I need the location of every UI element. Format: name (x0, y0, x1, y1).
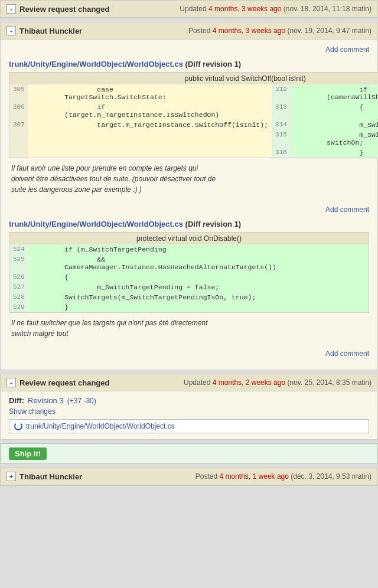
bottom-posted-detail: (déc. 3, 2014, 9:53 matin) (291, 472, 372, 481)
diff-table-1: public virtual void SwitchOff(bool isIni… (9, 72, 378, 158)
show-changes-link[interactable]: Show changes (9, 407, 56, 416)
diff-section-2: trunk/Unity/Engine/WorldObject/WorldObje… (9, 220, 369, 341)
review-changed-updated-detail: (nov. 25, 2014, 8:35 matin) (287, 378, 372, 387)
diff-comment-2: Il ne faut switcher que les targets qui … (9, 313, 369, 341)
line-code-left (28, 148, 272, 158)
diff-label: Diff: (9, 396, 24, 405)
add-comment-bottom-link[interactable]: Add comment (325, 349, 369, 358)
top-card-title: Review request changed (19, 5, 109, 14)
diff-revision-2: (Diff revision 1) (185, 220, 242, 228)
diff-row: 307 target.m_TargetInstance.SwitchOff(is… (9, 120, 379, 130)
top-review-changed-card: - Review request changed Updated 4 month… (0, 0, 378, 18)
add-comment-top[interactable]: Add comment (9, 45, 369, 54)
line-code-right: if (cameraWillShowTarget) (291, 84, 378, 102)
review-changed-card: - Review request changed Updated 4 month… (0, 374, 378, 440)
line-num: 529 (9, 302, 28, 313)
review-changed-title: Review request changed (19, 378, 109, 387)
comment-posted-highlight: 4 months, 3 weeks ago (213, 27, 285, 35)
line-code-right: } (291, 148, 378, 158)
diff-header-label-1: public virtual void SwitchOff(bool isIni… (9, 73, 379, 85)
line-code-left: case TargetSwitch.SwitchState: (28, 84, 272, 102)
line-code: } (28, 302, 369, 313)
diff-row: 316 } (9, 148, 379, 158)
comment-card-header: - Thibaut Hunckler Posted 4 months, 3 we… (1, 22, 377, 40)
diff-stats: (+37 -30) (67, 397, 96, 405)
line-num: 526 (9, 272, 28, 282)
comment-posted-text: Posted (188, 27, 210, 35)
review-changed-right: Updated 4 months, 2 weeks ago (nov. 25, … (184, 378, 372, 387)
comment-card-body: Add comment trunk/Unity/Engine/WorldObje… (1, 40, 377, 370)
bottom-author: Thibaut Hunckler (19, 472, 82, 481)
file-link[interactable]: trunk/Unity/Engine/WorldObject/WorldObje… (26, 422, 175, 430)
bottom-toggle-button[interactable]: + (6, 472, 16, 481)
diff-header-row-2: protected virtual void OnDisable() (9, 233, 369, 245)
comment-posted-detail: (nov. 19, 2014, 9:47 matin) (287, 27, 372, 35)
bottom-posted-text: Posted (195, 472, 217, 481)
line-code-left: if (target.m_TargetInstance.IsSwitchedOn… (28, 102, 272, 120)
diff-title-1: trunk/Unity/Engine/WorldObject/WorldObje… (9, 60, 369, 68)
diff-row: 526 { (9, 272, 369, 282)
diff-header-label-2: protected virtual void OnDisable() (9, 233, 369, 245)
line-num-left: 305 (9, 84, 28, 102)
top-updated-text: Updated (180, 5, 206, 13)
diff-row: 315 m_SwitchTargetPendingIsOn = switchOn… (9, 130, 379, 148)
top-toggle-button[interactable]: - (6, 4, 16, 14)
line-code: { (28, 272, 369, 282)
line-code-left: target.m_TargetInstance.SwitchOff(isInit… (28, 120, 272, 130)
diff-revision-link[interactable]: Revision 3 (28, 396, 64, 405)
ship-it-card: Ship it! (0, 443, 378, 464)
add-comment-bottom[interactable]: Add comment (9, 349, 369, 358)
bottom-posted-highlight: 4 months, 1 week ago (220, 472, 289, 481)
line-num-right: 315 (272, 130, 291, 148)
diff-table-2: protected virtual void OnDisable() 524 i… (9, 232, 369, 313)
diff-row: 306 if (target.m_TargetInstance.IsSwitch… (9, 102, 379, 120)
line-num-right: 314 (272, 120, 291, 130)
line-num: 527 (9, 282, 28, 292)
diff-file-link-1[interactable]: trunk/Unity/Engine/WorldObject/WorldObje… (9, 60, 183, 68)
line-num-left (9, 148, 28, 158)
bottom-posted-right: Posted 4 months, 1 week ago (déc. 3, 201… (195, 472, 372, 481)
top-updated-highlight: 4 months, 3 weeks ago (208, 5, 281, 13)
ship-it-badge: Ship it! (9, 447, 47, 460)
diff-section-1: trunk/Unity/Engine/WorldObject/WorldObje… (9, 60, 369, 197)
add-comment-mid[interactable]: Add comment (9, 205, 369, 214)
diff-revision-1: (Diff revision 1) (185, 60, 242, 68)
line-num-left: 306 (9, 102, 28, 120)
show-changes-row[interactable]: Show changes (9, 407, 369, 416)
file-link-row: trunk/Unity/Engine/WorldObject/WorldObje… (9, 419, 369, 433)
bottom-author-left: + Thibaut Hunckler (6, 472, 82, 481)
bottom-card-header: + Thibaut Hunckler Posted 4 months, 1 we… (1, 468, 377, 485)
diff-row: 524 if (m_SwitchTargetPending (9, 244, 369, 254)
review-changed-toggle[interactable]: - (6, 378, 16, 387)
top-card-header-right: Updated 4 months, 3 weeks ago (nov. 18, … (180, 5, 372, 13)
diff-row: 528 SwitchTargets(m_SwitchTargetPendingI… (9, 292, 369, 302)
add-comment-mid-link[interactable]: Add comment (325, 205, 369, 214)
line-code: if (m_SwitchTargetPending (28, 244, 369, 254)
diff-file-link-2[interactable]: trunk/Unity/Engine/WorldObject/WorldObje… (9, 220, 183, 228)
line-num: 525 (9, 254, 28, 272)
line-num-left: 307 (9, 120, 28, 130)
comment-toggle-button[interactable]: - (6, 26, 16, 35)
top-updated-detail: (nov. 18, 2014, 11:18 matin) (284, 5, 372, 13)
line-num: 524 (9, 244, 28, 254)
line-code: && CameraManager.Instance.HasHeachedAlte… (28, 254, 369, 272)
comment-author: Thibaut Hunckler (19, 27, 82, 35)
comment-author-left: - Thibaut Hunckler (6, 26, 82, 35)
review-changed-updated-highlight: 4 months, 2 weeks ago (213, 378, 285, 387)
line-num-left (9, 130, 28, 148)
line-code-right: { (291, 102, 378, 120)
comment-posted-right: Posted 4 months, 3 weeks ago (nov. 19, 2… (188, 27, 372, 35)
diff-row: 305 case TargetSwitch.SwitchState: 312 i… (9, 84, 379, 102)
review-changed-left: - Review request changed (6, 378, 109, 387)
line-num-right: 316 (272, 148, 291, 158)
line-code-right: m_SwitchTargetPendingIsOn = switchOn; (291, 130, 378, 148)
line-num-right: 312 (272, 84, 291, 102)
line-num-right: 313 (272, 102, 291, 120)
line-num: 528 (9, 292, 28, 302)
review-changed-updated-text: Updated (184, 378, 210, 387)
diff-title-2: trunk/Unity/Engine/WorldObject/WorldObje… (9, 220, 369, 228)
add-comment-top-link[interactable]: Add comment (325, 45, 369, 54)
line-code: SwitchTargets(m_SwitchTargetPendingIsOn,… (28, 292, 369, 302)
line-code-right: m_SwitchTargetPending = true; (291, 120, 378, 130)
bottom-card: + Thibaut Hunckler Posted 4 months, 1 we… (0, 468, 378, 486)
